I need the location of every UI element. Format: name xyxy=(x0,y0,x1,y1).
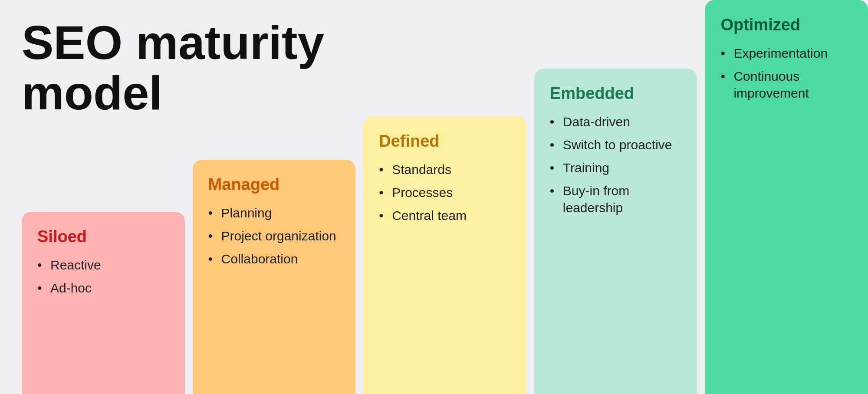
card-list-defined: StandardsProcessesCentral team xyxy=(379,161,511,224)
card-optimized: OptimizedExperimentationContinuous impro… xyxy=(705,0,868,394)
list-item: Reactive xyxy=(37,256,169,273)
card-title-managed: Managed xyxy=(208,175,340,194)
list-item: Data-driven xyxy=(550,113,682,130)
card-siloed: SiloedReactiveAd-hoc xyxy=(22,212,185,394)
card-list-siloed: ReactiveAd-hoc xyxy=(37,256,169,296)
list-item: Ad-hoc xyxy=(37,279,169,296)
card-title-optimized: Optimized xyxy=(720,16,852,34)
list-item: Project organization xyxy=(208,227,340,244)
card-list-embedded: Data-drivenSwitch to proactiveTrainingBu… xyxy=(550,113,682,216)
list-item: Continuous improvement xyxy=(720,68,852,102)
list-item: Central team xyxy=(379,207,511,224)
list-item: Experimentation xyxy=(720,45,852,62)
card-list-optimized: ExperimentationContinuous improvement xyxy=(720,45,852,102)
card-defined: DefinedStandardsProcessesCentral team xyxy=(363,116,526,394)
card-managed: ManagedPlanningProject organizationColla… xyxy=(193,160,356,394)
list-item: Standards xyxy=(379,161,511,178)
card-title-defined: Defined xyxy=(379,132,511,151)
card-title-siloed: Siloed xyxy=(37,227,169,246)
card-embedded: EmbeddedData-drivenSwitch to proactiveTr… xyxy=(534,69,697,394)
card-title-embedded: Embedded xyxy=(550,84,682,103)
card-list-managed: PlanningProject organizationCollaboratio… xyxy=(208,204,340,267)
list-item: Collaboration xyxy=(208,250,340,267)
list-item: Planning xyxy=(208,204,340,221)
list-item: Training xyxy=(550,159,682,176)
list-item: Processes xyxy=(379,184,511,201)
list-item: Buy-in from leadership xyxy=(550,182,682,216)
cards-container: SiloedReactiveAd-hocManagedPlanningProje… xyxy=(22,0,868,394)
list-item: Switch to proactive xyxy=(550,136,682,153)
